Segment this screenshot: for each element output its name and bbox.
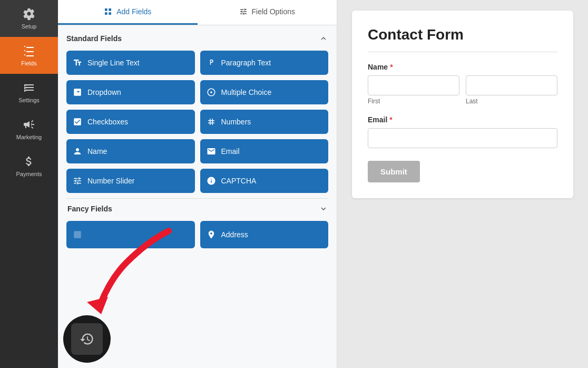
field-btn-numbers-label: Numbers (221, 118, 251, 126)
email-input[interactable] (368, 128, 557, 148)
field-btn-dropdown[interactable]: Dropdown (66, 80, 195, 104)
field-btn-multiple-choice-label: Multiple Choice (221, 88, 272, 96)
field-btn-number-slider-label: Number Slider (87, 177, 134, 185)
tab-add-fields-label: Add Fields (116, 7, 151, 16)
field-btn-paragraph-text[interactable]: Paragraph Text (200, 51, 329, 75)
history-icon (80, 332, 94, 346)
field-btn-blank[interactable] (66, 221, 195, 248)
name-first-input[interactable] (368, 75, 459, 95)
form-title: Contact Form (368, 26, 557, 43)
radio-icon (207, 88, 216, 97)
form-label-name-text: Name (368, 63, 388, 71)
field-btn-multiple-choice[interactable]: Multiple Choice (200, 80, 329, 104)
fields-icon (23, 44, 35, 57)
grid-icon (104, 7, 112, 16)
envelope-icon (207, 147, 216, 156)
field-btn-email-label: Email (221, 147, 240, 156)
required-star-email: * (389, 115, 392, 124)
form-label-email-text: Email (368, 115, 387, 124)
field-btn-single-line-text-label: Single Line Text (87, 59, 140, 67)
field-btn-address-label: Address (221, 230, 248, 239)
name-inputs: First Last (368, 75, 557, 105)
name-first-sub-label: First (368, 98, 459, 105)
fields-content: Standard Fields Single Line Text Paragra… (58, 25, 337, 368)
right-panel: Contact Form Name * First Last (337, 0, 588, 368)
text-line-icon (73, 58, 82, 67)
sidebar-item-settings[interactable]: Settings (0, 74, 58, 111)
field-btn-checkboxes[interactable]: Checkboxes (66, 110, 195, 134)
field-btn-address[interactable]: Address (200, 221, 329, 248)
sidebar-item-setup[interactable]: Setup (0, 0, 58, 37)
marketing-icon (23, 118, 35, 131)
name-last-group: Last (466, 75, 557, 105)
sidebar-item-fields-label: Fields (21, 60, 36, 66)
standard-fields-grid: Single Line Text Paragraph Text Dropdown… (66, 51, 328, 193)
sidebar: Setup Fields Settings Marketing Payments (0, 0, 58, 368)
submit-button[interactable]: Submit (368, 161, 420, 182)
form-field-email: Email * (368, 115, 557, 148)
tabs-header: Add Fields Field Options (58, 0, 337, 25)
middle-panel: Add Fields Field Options Standard Fields… (58, 0, 337, 368)
required-star-name: * (390, 63, 393, 71)
paragraph-icon (207, 58, 216, 67)
chevron-up-icon[interactable] (319, 34, 328, 43)
field-btn-number-slider[interactable]: Number Slider (66, 169, 195, 193)
tab-field-options[interactable]: Field Options (198, 0, 337, 25)
hash-icon (207, 117, 216, 127)
history-inner (71, 323, 103, 355)
tab-add-fields[interactable]: Add Fields (58, 0, 198, 25)
chevron-down-icon[interactable] (319, 204, 328, 214)
sliders-icon (239, 7, 248, 16)
sidebar-item-payments[interactable]: Payments (0, 148, 58, 185)
field-btn-email[interactable]: Email (200, 139, 329, 163)
sidebar-item-marketing[interactable]: Marketing (0, 111, 58, 148)
person-icon (73, 147, 82, 156)
settings-icon (23, 81, 35, 94)
pin-icon (207, 230, 216, 239)
form-field-name: Name * First Last (368, 63, 557, 105)
form-label-email: Email * (368, 115, 557, 124)
standard-fields-header: Standard Fields (66, 34, 328, 43)
sidebar-item-settings-label: Settings (18, 97, 40, 103)
field-btn-paragraph-text-label: Paragraph Text (221, 59, 271, 67)
section-divider (66, 198, 328, 199)
fancy-fields-grid: Address (66, 221, 328, 248)
form-preview: Contact Form Name * First Last (352, 11, 573, 198)
form-divider (368, 52, 557, 52)
name-last-input[interactable] (466, 75, 557, 95)
field-btn-captcha-label: CAPTCHA (221, 177, 257, 185)
sidebar-item-fields[interactable]: Fields (0, 37, 58, 74)
captcha-icon (207, 176, 216, 186)
field-btn-name[interactable]: Name (66, 139, 195, 163)
tab-field-options-label: Field Options (252, 7, 295, 16)
history-button[interactable] (63, 315, 111, 363)
field-btn-checkboxes-label: Checkboxes (87, 118, 128, 126)
standard-fields-label: Standard Fields (66, 34, 122, 43)
payments-icon (23, 155, 35, 168)
form-label-name: Name * (368, 63, 557, 71)
field-btn-captcha[interactable]: CAPTCHA (200, 169, 329, 193)
dropdown-icon (73, 88, 82, 97)
name-last-sub-label: Last (466, 98, 557, 105)
sidebar-item-payments-label: Payments (16, 171, 42, 177)
field-btn-dropdown-label: Dropdown (87, 88, 121, 96)
name-first-group: First (368, 75, 459, 105)
field-btn-single-line-text[interactable]: Single Line Text (66, 51, 195, 75)
fancy-fields-label: Fancy Fields (67, 205, 112, 213)
sidebar-item-setup-label: Setup (22, 23, 37, 30)
slider-icon (73, 176, 82, 186)
sidebar-item-marketing-label: Marketing (16, 134, 42, 140)
checkbox-icon (73, 117, 82, 127)
fancy-fields-header: Fancy Fields (66, 204, 328, 214)
field-btn-numbers[interactable]: Numbers (200, 110, 329, 134)
field-btn-name-label: Name (87, 147, 107, 156)
gear-icon (23, 7, 35, 20)
blank-icon (73, 230, 82, 239)
